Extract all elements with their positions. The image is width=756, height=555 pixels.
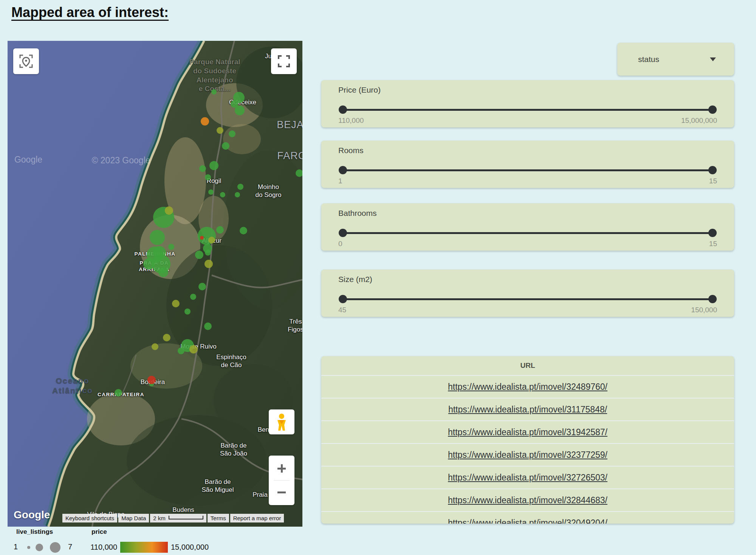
slider-handle-min[interactable] [339, 229, 347, 237]
rooms-range-slider[interactable] [343, 166, 713, 174]
pegman-button[interactable] [269, 409, 294, 434]
rooms-min-value: 1 [338, 177, 342, 185]
map-data-button[interactable]: Map Data [118, 514, 149, 522]
price-filter-panel: Price (Euro) 110,000 15,000,000 [321, 80, 734, 127]
legend-price-min: 110,000 [76, 543, 117, 552]
legend-dot-small [27, 546, 30, 549]
price-min-value: 110,000 [338, 116, 364, 125]
bathrooms-max-value: 15 [709, 240, 717, 248]
rooms-filter-label: Rooms [338, 146, 364, 155]
slider-handle-max[interactable] [708, 166, 717, 174]
rooms-filter-panel: Rooms 1 15 [321, 141, 734, 188]
size-filter-panel: Size (m2) 45 150,000 [321, 270, 734, 317]
slider-handle-max[interactable] [708, 295, 717, 303]
slider-handle-max[interactable] [708, 105, 717, 114]
listing-link[interactable]: https://www.idealista.pt/imovel/32377259… [448, 450, 607, 460]
slider-handle-max[interactable] [708, 229, 717, 237]
listing-link[interactable]: https://www.idealista.pt/imovel/31175848… [448, 405, 607, 415]
legend-size-label: live_listings [16, 528, 53, 536]
slider-handle-min[interactable] [339, 295, 347, 303]
table-row: https://www.idealista.pt/imovel/32489760… [321, 375, 734, 398]
page-title: Mapped area of interest: [11, 5, 169, 20]
price-max-value: 15,000,000 [681, 116, 717, 125]
map-attribution-bar: Keyboard shortcuts Map Data 2 km Terms R… [62, 514, 284, 522]
listing-link[interactable]: https://www.idealista.pt/imovel/32489760… [448, 382, 607, 392]
scale-text: 2 km [153, 514, 166, 522]
zoom-divider [274, 480, 290, 481]
map-label: Oceano Atlântico [52, 376, 93, 396]
scale-bar: 2 km [150, 514, 206, 522]
bathrooms-filter-panel: Bathrooms 0 15 [321, 203, 734, 251]
legend-size-min: 1 [14, 543, 18, 551]
google-logo: Google [14, 509, 50, 521]
bathrooms-range-slider[interactable] [343, 229, 713, 237]
map-label: Rogil [207, 177, 222, 185]
listing-link[interactable]: https://www.idealista.pt/imovel/32049204… [448, 518, 607, 524]
size-filter-label: Size (m2) [338, 275, 372, 284]
slider-handle-min[interactable] [339, 166, 347, 174]
map-labels-layer: Parque Natural do Sudoeste Alentejano e … [8, 41, 302, 527]
chevron-down-icon [710, 57, 716, 61]
table-row: https://www.idealista.pt/imovel/32377259… [321, 443, 734, 466]
plus-icon [277, 464, 287, 473]
map-label: CARRAPATEIRA [98, 392, 144, 398]
minus-icon [277, 487, 287, 497]
legend-price-max: 15,000,000 [171, 543, 209, 552]
legend-dot-medium [36, 544, 43, 551]
url-column-header: URL [321, 356, 734, 375]
map-label: Odeceixe [229, 98, 256, 106]
map-label: FARO [277, 150, 302, 163]
fullscreen-button[interactable] [271, 48, 297, 74]
map-canvas[interactable]: Parque Natural do Sudoeste Alentejano e … [8, 41, 302, 527]
size-min-value: 45 [338, 306, 346, 314]
status-dropdown[interactable]: status [617, 43, 734, 76]
slider-track [343, 298, 713, 300]
zoom-control [269, 456, 294, 505]
table-row: https://www.idealista.pt/imovel/32049204… [321, 511, 734, 524]
map-label: Parque Natural do Sudoeste Alentejano e … [189, 57, 240, 93]
report-map-error-button[interactable]: Report a map error [230, 514, 284, 522]
map-label: Google [14, 154, 42, 165]
map-label: Bordeira [141, 378, 165, 386]
fullscreen-icon [276, 54, 291, 69]
map-label: Três Figos [288, 318, 302, 334]
map-label: PRAIA DA ARRIFANA [139, 260, 170, 273]
slider-track [343, 169, 713, 171]
slider-track [343, 232, 713, 234]
size-range-slider[interactable] [343, 295, 713, 303]
slider-track [343, 109, 713, 111]
page: Mapped area of interest: [0, 0, 756, 555]
map-label: BEJA [277, 119, 302, 132]
status-dropdown-label: status [638, 55, 659, 64]
legend-dot-large [50, 542, 60, 553]
table-row: https://www.idealista.pt/imovel/32844683… [321, 488, 734, 511]
table-row: https://www.idealista.pt/imovel/32726503… [321, 466, 734, 488]
zoom-out-button[interactable] [277, 482, 287, 502]
map-label: Monte Ruivo [180, 343, 216, 350]
url-table: URL https://www.idealista.pt/imovel/3248… [321, 356, 734, 524]
listing-link[interactable]: https://www.idealista.pt/imovel/31942587… [448, 427, 607, 437]
price-filter-label: Price (Euro) [338, 85, 381, 95]
price-range-slider[interactable] [343, 105, 713, 114]
map-label: Praia [253, 491, 268, 499]
pegman-icon [275, 413, 288, 431]
bathrooms-filter-label: Bathrooms [338, 209, 377, 218]
listing-link[interactable]: https://www.idealista.pt/imovel/32726503… [448, 473, 607, 483]
keyboard-shortcuts-button[interactable]: Keyboard shortcuts [62, 514, 117, 522]
map-label: Budens [172, 506, 194, 514]
table-row: https://www.idealista.pt/imovel/31942587… [321, 420, 734, 443]
map-label: Aljezur [202, 237, 222, 245]
map-label: Moinho do Sogro [256, 183, 282, 199]
listing-link[interactable]: https://www.idealista.pt/imovel/32844683… [448, 495, 607, 505]
map-type-button[interactable] [13, 48, 39, 74]
location-pin-icon [19, 54, 34, 69]
terms-button[interactable]: Terms [208, 514, 229, 522]
map-label: © 2023 Google [91, 155, 150, 166]
size-max-value: 150,000 [691, 306, 717, 314]
price-gradient [120, 542, 168, 553]
rooms-max-value: 15 [709, 177, 717, 185]
slider-handle-min[interactable] [339, 105, 347, 114]
scale-bracket [169, 516, 203, 519]
map-label: Espinhaço de Cão [216, 353, 246, 369]
zoom-in-button[interactable] [277, 459, 287, 478]
